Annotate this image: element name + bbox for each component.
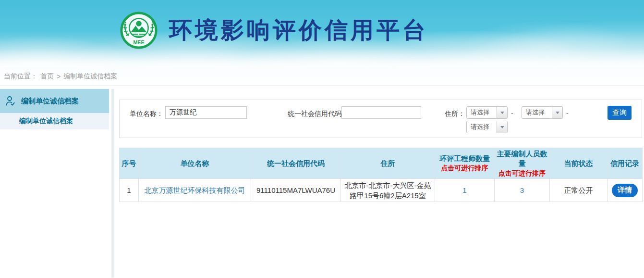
sort-hint: 点击可进行排序	[495, 169, 549, 178]
site-header: MEE 环境影响评价信用平台	[0, 0, 644, 67]
page: MEE 环境影响评价信用平台 当前位置： 首页 > 编制单位诚信档案 编制单位诚…	[0, 0, 644, 278]
table-header-row: 序号 单位名称 统一社会信用代码 住所 环评工程师数量 点击可进行排序 主要编制…	[120, 148, 643, 179]
site-title: 环境影响评价信用平台	[169, 11, 428, 50]
breadcrumb-prefix: 当前位置：	[4, 72, 37, 81]
sidebar: 编制单位诚信档案 编制单位诚信档案	[0, 89, 109, 278]
staff-count-link[interactable]: 3	[520, 186, 524, 194]
sidebar-item-unit-credit-archive[interactable]: 编制单位诚信档案	[0, 89, 109, 113]
chevron-down-icon[interactable]	[497, 121, 507, 133]
address-province-select[interactable]: 请选择	[466, 106, 508, 119]
address-dash-1: -	[511, 109, 513, 117]
col-engineer-count-sortable[interactable]: 环评工程师数量 点击可进行排序	[435, 148, 495, 179]
cell-address: 北京市-北京市-大兴区-金苑路甲15号6幢2层A215室	[341, 179, 435, 202]
breadcrumb-current: 编制单位诚信档案	[63, 72, 117, 81]
company-name-input[interactable]	[165, 106, 247, 119]
address-dash-2: -	[566, 109, 569, 117]
company-name-label: 单位名称：	[130, 110, 163, 118]
breadcrumb: 当前位置： 首页 > 编制单位诚信档案	[0, 67, 644, 86]
mee-logo-icon: MEE	[119, 11, 158, 50]
main-panel: 单位名称： 统一社会信用代码： 住所： 请选择 - 请选择 - 请选择	[114, 89, 644, 278]
sidebar-item-label: 编制单位诚信档案	[21, 97, 79, 106]
chevron-down-icon[interactable]	[497, 107, 507, 118]
sidebar-subitem-label: 编制单位诚信档案	[19, 117, 73, 126]
breadcrumb-home-link[interactable]: 首页	[40, 72, 54, 81]
chevron-down-icon[interactable]	[552, 107, 562, 118]
cell-status: 正常公开	[550, 179, 608, 202]
address-city-select[interactable]: 请选择	[522, 106, 563, 119]
col-company: 单位名称	[139, 148, 251, 179]
col-staff-count-sortable[interactable]: 主要编制人员数量 点击可进行排序	[495, 148, 550, 179]
credit-code-label: 统一社会信用代码：	[288, 110, 348, 118]
company-link[interactable]: 北京万源世纪环保科技有限公司	[145, 186, 245, 194]
content: 编制单位诚信档案 编制单位诚信档案 单位名称： 统一社会信用代码： 住所： 请选…	[0, 86, 644, 278]
search-panel: 单位名称： 统一社会信用代码： 住所： 请选择 - 请选择 - 请选择	[119, 100, 642, 138]
col-status: 当前状态	[550, 148, 608, 179]
col-credit-code: 统一社会信用代码	[251, 148, 341, 179]
sort-hint: 点击可进行排序	[436, 164, 494, 173]
col-index: 序号	[120, 148, 139, 179]
svg-text:MEE: MEE	[133, 39, 144, 45]
sidebar-subitem-unit-credit-archive[interactable]: 编制单位诚信档案	[0, 113, 109, 129]
results-table: 序号 单位名称 统一社会信用代码 住所 环评工程师数量 点击可进行排序 主要编制…	[119, 148, 643, 202]
query-button[interactable]: 查询	[608, 106, 632, 120]
col-credit-record: 信用记录	[608, 148, 643, 179]
address-label: 住所：	[445, 110, 465, 118]
cell-credit-code: 91110115MA7LWUA76U	[251, 179, 341, 202]
address-city-value: 请选择	[522, 107, 552, 118]
cell-index: 1	[120, 179, 139, 202]
detail-button[interactable]: 详情	[612, 184, 638, 197]
person-check-icon	[5, 95, 16, 107]
breadcrumb-separator: >	[57, 73, 61, 80]
brand: MEE 环境影响评价信用平台	[119, 11, 428, 50]
address-province-value: 请选择	[467, 107, 497, 118]
col-engineer-count-label: 环评工程师数量	[439, 154, 490, 163]
table-row: 1 北京万源世纪环保科技有限公司 91110115MA7LWUA76U 北京市-…	[120, 179, 643, 202]
engineer-count-link[interactable]: 1	[462, 186, 466, 194]
address-district-value: 请选择	[467, 121, 497, 133]
col-address: 住所	[341, 148, 435, 179]
credit-code-input[interactable]	[341, 106, 421, 119]
address-district-select[interactable]: 请选择	[466, 121, 508, 133]
col-staff-count-label: 主要编制人员数量	[497, 150, 547, 167]
